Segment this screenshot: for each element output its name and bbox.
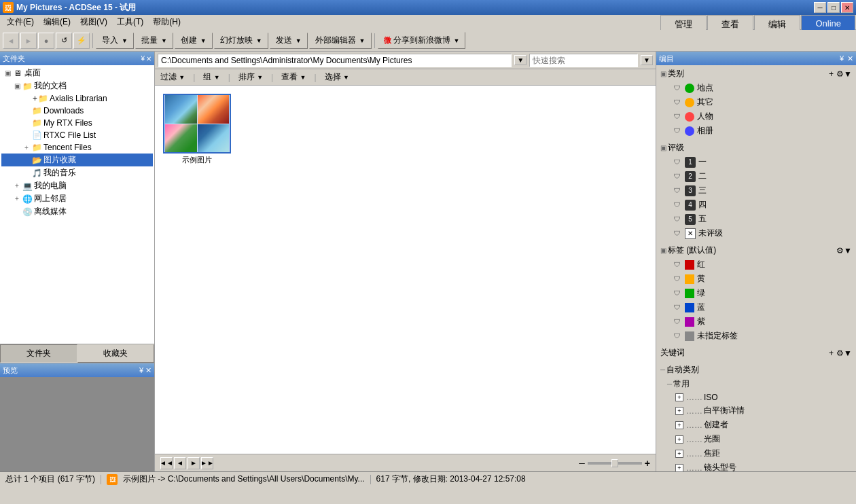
expand-icon[interactable]: + — [675, 450, 683, 458]
path-dropdown-button[interactable]: ▼ — [514, 55, 527, 65]
nav-first-button[interactable]: ◄◄ — [160, 457, 173, 469]
search-dropdown-button[interactable]: ▼ — [641, 55, 653, 65]
nav-next-button[interactable]: ► — [188, 457, 200, 469]
menu-file[interactable]: 文件(E) — [3, 15, 38, 29]
expand-icon[interactable]: + — [675, 435, 683, 444]
auto-item-aperture[interactable]: + …… 光圈 — [656, 432, 856, 446]
tree-item-network[interactable]: + 🌐 网上邻居 — [1, 192, 153, 205]
categories-add-button[interactable]: + — [829, 69, 834, 79]
menu-tools[interactable]: 工具(T) — [113, 15, 147, 29]
view-button[interactable]: 查看 ▼ — [279, 71, 308, 84]
group-button[interactable]: 组 ▼ — [200, 71, 222, 84]
nav-last-button[interactable]: ►► — [201, 457, 213, 469]
tree-item-axialis[interactable]: + 📁 Axialis Librarian — [1, 92, 153, 105]
expand-icon[interactable]: + — [675, 421, 683, 429]
tag-item-green[interactable]: 🛡 绿 — [656, 286, 856, 300]
tab-view[interactable]: 查看 — [707, 15, 753, 30]
categories-header[interactable]: ▣ 类别 + ⚙▼ — [656, 67, 856, 81]
nav-home-button[interactable]: ⚡ — [73, 33, 90, 49]
tree-item-mydocs[interactable]: ▣ 📁 我的文档 — [1, 79, 153, 92]
nav-dot-button[interactable]: ● — [38, 33, 54, 49]
menu-help[interactable]: 帮助(H) — [149, 15, 185, 29]
auto-item-creator[interactable]: + …… 创建者 — [656, 418, 856, 432]
right-close-button[interactable]: ✕ — [847, 54, 853, 63]
rating-item-1[interactable]: 🛡 1 一 — [656, 155, 856, 169]
sidebar-tab-files[interactable]: 文件夹 — [0, 344, 77, 363]
tag-item-yellow[interactable]: 🛡 黄 — [656, 272, 856, 286]
select-button[interactable]: 选择 ▼ — [322, 71, 352, 84]
zoom-slider-thumb[interactable] — [611, 459, 618, 467]
rating-item-5[interactable]: 🛡 5 五 — [656, 212, 856, 226]
tab-edit[interactable]: 编辑 — [754, 15, 800, 30]
ratings-header[interactable]: ▣ 评级 — [656, 141, 856, 155]
rating-item-4[interactable]: 🛡 4 四 — [656, 198, 856, 212]
sort-button[interactable]: 排序 ▼ — [236, 71, 266, 84]
content-main[interactable]: 示例图片 — [155, 86, 656, 454]
close-button[interactable]: ✕ — [841, 2, 853, 13]
zoom-slider[interactable] — [588, 462, 642, 465]
tree-item-desktop[interactable]: ▣ 🖥 桌面 — [1, 67, 153, 79]
ext-editor-button[interactable]: 外部编辑器▼ — [309, 33, 372, 49]
tag-item-untagged[interactable]: 🛡 未指定标签 — [656, 329, 856, 343]
preview-pin-button[interactable]: ¥ — [139, 366, 143, 375]
path-input[interactable] — [158, 54, 512, 67]
keywords-add-button[interactable]: + — [829, 348, 834, 358]
nav-prev-button[interactable]: ◄ — [174, 457, 186, 469]
tags-header[interactable]: ▣ 标签 (默认值) ⚙▼ — [656, 243, 856, 257]
cat-item-location[interactable]: 🛡 地点 — [656, 81, 856, 95]
send-button[interactable]: 发送▼ — [270, 33, 308, 49]
tree-item-offline[interactable]: 💿 离线媒体 — [1, 205, 153, 218]
tree-item-rtxc[interactable]: 📄 RTXC File List — [1, 129, 153, 141]
minimize-button[interactable]: ─ — [814, 2, 826, 13]
menu-edit[interactable]: 编辑(E) — [39, 15, 75, 29]
sidebar-tab-favorites[interactable]: 收藏夹 — [77, 344, 155, 363]
rating-item-unrated[interactable]: 🛡 ✕ 未评级 — [656, 226, 856, 240]
thumb-item-sample[interactable]: 示例图片 — [163, 94, 231, 165]
preview-close-button[interactable]: ✕ — [145, 366, 151, 375]
cat-item-people[interactable]: 🛡 人物 — [656, 109, 856, 124]
tab-online[interactable]: Online — [801, 15, 855, 30]
expand-icon[interactable]: + — [675, 393, 683, 401]
slideshow-button[interactable]: 幻灯放映▼ — [214, 33, 268, 49]
auto-item-iso[interactable]: + …… ISO — [656, 391, 856, 403]
tab-manage[interactable]: 管理 — [660, 15, 707, 30]
common-header[interactable]: ─ 常用 — [656, 377, 856, 391]
tree-item-tencent[interactable]: + 📁 Tencent Files — [1, 141, 153, 154]
menu-view[interactable]: 视图(V) — [76, 15, 111, 29]
right-pin-button[interactable]: ¥ — [840, 54, 844, 62]
batch-button[interactable]: 批量▼ — [135, 33, 173, 49]
tree-item-pictures[interactable]: 📂 图片收藏 — [1, 154, 153, 166]
tree-item-rtx[interactable]: 📁 My RTX Files — [1, 117, 153, 129]
keywords-header[interactable]: 关键词 + ⚙▼ — [656, 346, 856, 360]
tag-item-blue[interactable]: 🛡 蓝 — [656, 300, 856, 314]
nav-back-button[interactable]: ◄ — [3, 33, 19, 49]
rating-item-3[interactable]: 🛡 3 三 — [656, 183, 856, 198]
weibo-button[interactable]: 微 分享到新浪微博 ▼ — [378, 32, 466, 49]
tag-item-red[interactable]: 🛡 红 — [656, 257, 856, 272]
auto-item-wb[interactable]: + …… 白平衡详情 — [656, 403, 856, 418]
tree-item-mycomputer[interactable]: + 💻 我的电脑 — [1, 179, 153, 192]
maximize-button[interactable]: □ — [827, 2, 840, 13]
auto-categories-header[interactable]: ─ 自动类别 — [656, 363, 856, 377]
categories-settings-icon[interactable]: ⚙▼ — [836, 69, 852, 79]
keywords-settings-icon[interactable]: ⚙▼ — [836, 348, 852, 358]
tag-item-purple[interactable]: 🛡 紫 — [656, 314, 856, 329]
search-input[interactable] — [529, 54, 638, 67]
rating-item-2[interactable]: 🛡 2 二 — [656, 169, 856, 183]
cat-item-other[interactable]: 🛡 其它 — [656, 95, 856, 109]
create-button[interactable]: 创建▼ — [175, 33, 213, 49]
expand-icon[interactable]: + — [675, 464, 683, 472]
expand-icon[interactable]: + — [675, 407, 683, 415]
import-button[interactable]: 导入▼ — [96, 33, 134, 49]
auto-item-lens[interactable]: + …… 镜头型号 — [656, 461, 856, 471]
nav-refresh-button[interactable]: ↺ — [56, 33, 72, 49]
tree-item-music[interactable]: 🎵 我的音乐 — [1, 166, 153, 179]
filter-button[interactable]: 过滤 ▼ — [158, 71, 188, 84]
sidebar-close-button[interactable]: ✕ — [146, 55, 151, 62]
sidebar-pin-button[interactable]: ¥ — [141, 55, 145, 62]
tags-settings-icon[interactable]: ⚙▼ — [836, 246, 852, 255]
cat-item-album[interactable]: 🛡 相册 — [656, 124, 856, 138]
tree-item-downloads[interactable]: 📁 Downloads — [1, 105, 153, 117]
auto-item-focal[interactable]: + …… 焦距 — [656, 446, 856, 461]
nav-forward-button[interactable]: ► — [20, 33, 37, 49]
